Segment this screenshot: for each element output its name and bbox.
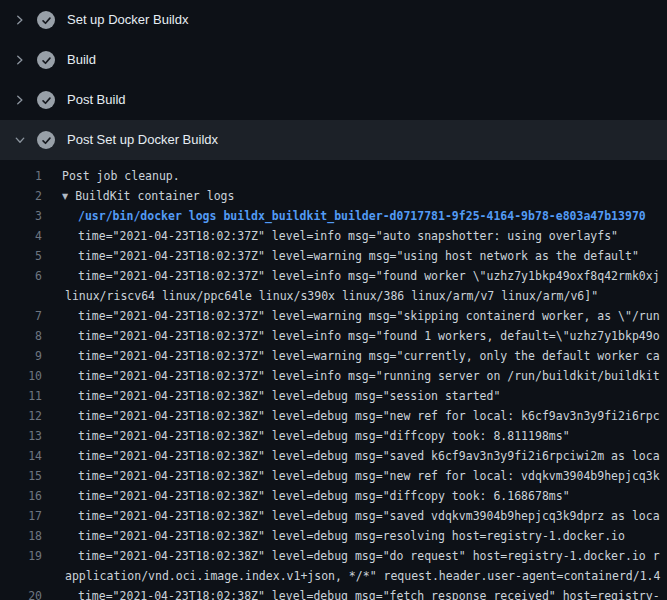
log-line: 8 time="2021-04-23T18:02:37Z" level=info… — [0, 326, 667, 346]
log-text-body: time="2021-04-23T18:02:37Z" level=info m… — [78, 229, 618, 243]
line-number[interactable]: 14 — [0, 446, 42, 466]
log-text: time="2021-04-23T18:02:38Z" level=debug … — [62, 446, 660, 466]
step-row[interactable]: Post Set up Docker Buildx — [0, 120, 667, 160]
chevron-down-icon[interactable] — [12, 132, 28, 148]
log-line: 9 time="2021-04-23T18:02:37Z" level=warn… — [0, 346, 667, 366]
log-text-body: Post job cleanup. — [62, 169, 180, 183]
log-line: 15 time="2021-04-23T18:02:38Z" level=deb… — [0, 466, 667, 486]
steps-list: Set up Docker Buildx Build Post Build — [0, 0, 667, 160]
line-number[interactable] — [0, 566, 42, 586]
log-line: 5 time="2021-04-23T18:02:37Z" level=warn… — [0, 246, 667, 266]
log-text-body: time="2021-04-23T18:02:37Z" level=warnin… — [78, 349, 660, 363]
line-number[interactable]: 6 — [0, 266, 42, 286]
log-text-body: time="2021-04-23T18:02:38Z" level=debug … — [78, 549, 660, 563]
log-line: 16 time="2021-04-23T18:02:38Z" level=deb… — [0, 486, 667, 506]
step-label: Post Set up Docker Buildx — [67, 120, 218, 160]
check-circle-icon — [37, 91, 55, 109]
line-number[interactable]: 3 — [0, 206, 42, 226]
line-number[interactable]: 1 — [0, 166, 42, 186]
log-text: time="2021-04-23T18:02:38Z" level=debug … — [62, 406, 660, 426]
actions-log-viewer: { "steps": [ {"label": "Set up Docker Bu… — [0, 0, 667, 600]
log-text: time="2021-04-23T18:02:38Z" level=debug … — [62, 386, 500, 406]
line-number[interactable]: 8 — [0, 326, 42, 346]
log-text: time="2021-04-23T18:02:37Z" level=info m… — [62, 266, 660, 286]
chevron-right-icon[interactable] — [12, 92, 28, 108]
log-line: linux/riscv64 linux/ppc64le linux/s390x … — [0, 286, 667, 306]
log-text: ▼BuildKit container logs — [62, 186, 234, 206]
log-line: 14 time="2021-04-23T18:02:38Z" level=deb… — [0, 446, 667, 466]
log-line: 11 time="2021-04-23T18:02:38Z" level=deb… — [0, 386, 667, 406]
log-text-body: time="2021-04-23T18:02:38Z" level=debug … — [78, 469, 660, 483]
log-line: 20 time="2021-04-23T18:02:38Z" level=deb… — [0, 586, 667, 600]
log-text: time="2021-04-23T18:02:38Z" level=debug … — [62, 426, 570, 446]
log-text: time="2021-04-23T18:02:38Z" level=debug … — [62, 466, 660, 486]
log-text-body: application/vnd.oci.image.index.v1+json,… — [65, 569, 660, 583]
log-text-body: time="2021-04-23T18:02:37Z" level=info m… — [78, 369, 660, 383]
chevron-right-icon[interactable] — [12, 12, 28, 28]
log-text-body: time="2021-04-23T18:02:37Z" level=info m… — [78, 329, 660, 343]
log-text: application/vnd.oci.image.index.v1+json,… — [62, 566, 660, 586]
line-number[interactable]: 2 — [0, 186, 42, 206]
log-line: 4 time="2021-04-23T18:02:37Z" level=info… — [0, 226, 667, 246]
log-text-body: time="2021-04-23T18:02:37Z" level=warnin… — [78, 249, 639, 263]
log-text-body: linux/riscv64 linux/ppc64le linux/s390x … — [65, 289, 598, 303]
line-number[interactable]: 5 — [0, 246, 42, 266]
line-number[interactable]: 15 — [0, 466, 42, 486]
log-text: time="2021-04-23T18:02:38Z" level=debug … — [62, 586, 660, 600]
log-text-body: /usr/bin/docker logs buildx_buildkit_bui… — [78, 209, 646, 223]
step-row[interactable]: Build — [0, 40, 667, 80]
log-line: 18 time="2021-04-23T18:02:38Z" level=deb… — [0, 526, 667, 546]
log-text: time="2021-04-23T18:02:38Z" level=debug … — [62, 486, 570, 506]
line-number[interactable]: 20 — [0, 586, 42, 600]
line-number[interactable]: 19 — [0, 546, 42, 566]
log-text: Post job cleanup. — [62, 166, 180, 186]
log-line: 10 time="2021-04-23T18:02:37Z" level=inf… — [0, 366, 667, 386]
log-text-body: BuildKit container logs — [75, 189, 234, 203]
chevron-right-icon[interactable] — [12, 52, 28, 68]
log-text-body: time="2021-04-23T18:02:38Z" level=debug … — [78, 589, 660, 600]
line-number[interactable] — [0, 286, 42, 306]
step-label: Set up Docker Buildx — [67, 0, 188, 40]
line-number[interactable]: 9 — [0, 346, 42, 366]
log-text: linux/riscv64 linux/ppc64le linux/s390x … — [62, 286, 598, 306]
line-number[interactable]: 7 — [0, 306, 42, 326]
line-number[interactable]: 10 — [0, 366, 42, 386]
log-line: 12 time="2021-04-23T18:02:38Z" level=deb… — [0, 406, 667, 426]
log-text-body: time="2021-04-23T18:02:38Z" level=debug … — [78, 409, 660, 423]
step-label: Post Build — [67, 80, 126, 120]
log-text: time="2021-04-23T18:02:37Z" level=info m… — [62, 226, 618, 246]
log-text: time="2021-04-23T18:02:37Z" level=warnin… — [62, 346, 660, 366]
log-text-body: time="2021-04-23T18:02:38Z" level=debug … — [78, 529, 625, 543]
log-text-body: time="2021-04-23T18:02:38Z" level=debug … — [78, 429, 570, 443]
log-text: time="2021-04-23T18:02:37Z" level=info m… — [62, 366, 660, 386]
line-number[interactable]: 11 — [0, 386, 42, 406]
log-text-body: time="2021-04-23T18:02:37Z" level=info m… — [78, 269, 660, 283]
line-number[interactable]: 12 — [0, 406, 42, 426]
log-text: time="2021-04-23T18:02:38Z" level=debug … — [62, 546, 660, 566]
log-text-body: time="2021-04-23T18:02:38Z" level=debug … — [78, 449, 660, 463]
check-circle-icon — [37, 11, 55, 29]
step-row[interactable]: Post Build — [0, 80, 667, 120]
log-text: time="2021-04-23T18:02:37Z" level=info m… — [62, 326, 660, 346]
line-number[interactable]: 18 — [0, 526, 42, 546]
check-circle-icon — [37, 131, 55, 149]
group-toggle-icon[interactable]: ▼ — [62, 187, 68, 206]
log-line: 13 time="2021-04-23T18:02:38Z" level=deb… — [0, 426, 667, 446]
log-line: 1 Post job cleanup. — [0, 166, 667, 186]
line-number[interactable]: 4 — [0, 226, 42, 246]
log-text: time="2021-04-23T18:02:38Z" level=debug … — [62, 506, 660, 526]
log-line: application/vnd.oci.image.index.v1+json,… — [0, 566, 667, 586]
log-line: 7 time="2021-04-23T18:02:37Z" level=warn… — [0, 306, 667, 326]
step-row[interactable]: Set up Docker Buildx — [0, 0, 667, 40]
log-text-body: time="2021-04-23T18:02:38Z" level=debug … — [78, 389, 500, 403]
log-text: time="2021-04-23T18:02:38Z" level=debug … — [62, 526, 625, 546]
line-number[interactable]: 17 — [0, 506, 42, 526]
line-number[interactable]: 16 — [0, 486, 42, 506]
log-line: 2 ▼BuildKit container logs — [0, 186, 667, 206]
check-circle-icon — [37, 51, 55, 69]
log-text-body: time="2021-04-23T18:02:38Z" level=debug … — [78, 509, 660, 523]
step-label: Build — [67, 40, 96, 80]
line-number[interactable]: 13 — [0, 426, 42, 446]
log-text: time="2021-04-23T18:02:37Z" level=warnin… — [62, 306, 660, 326]
log-text-body: time="2021-04-23T18:02:37Z" level=warnin… — [78, 309, 660, 323]
